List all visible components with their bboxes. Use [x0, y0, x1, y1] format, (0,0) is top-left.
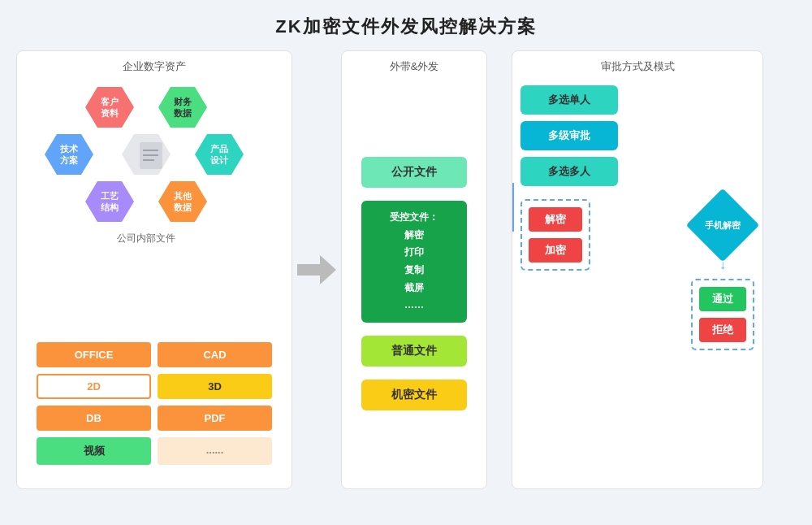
svg-text:产品: 产品	[210, 144, 228, 154]
approve-single: 多选单人	[520, 85, 618, 115]
diamond-label: 手机解密	[705, 219, 741, 232]
approve-multi-people: 多选多人	[520, 157, 618, 186]
badge-video: 视频	[37, 437, 151, 465]
pass-btn: 通过	[699, 287, 746, 311]
file-controlled-label: 受控文件：	[390, 211, 438, 223]
right-panel-content: 多选单人 多级审批 多选多人 解密 加密	[512, 79, 762, 516]
hex-grid-svg: 客户 资料 财务 数据 技术 方案 产品	[41, 79, 268, 266]
svg-text:工艺: 工艺	[101, 191, 119, 201]
middle-panel-title: 外带&外发	[342, 59, 486, 74]
encrypt-btn: 加密	[529, 238, 582, 262]
badge-3d: 3D	[158, 374, 272, 399]
right-panel-title: 审批方式及模式	[512, 59, 762, 74]
file-controlled-decrypt: 解密	[404, 229, 424, 241]
svg-text:结构: 结构	[100, 202, 119, 212]
approve-multi-level: 多级审批	[520, 121, 618, 150]
svg-text:公司内部文件: 公司内部文件	[117, 232, 175, 244]
approval-buttons-top: 多选单人 多级审批 多选多人	[520, 85, 754, 186]
svg-text:数据: 数据	[173, 108, 192, 118]
file-public: 公开文件	[361, 157, 467, 188]
left-to-middle-arrow	[292, 50, 341, 489]
honeycomb-area: 客户 资料 财务 数据 技术 方案 产品	[17, 79, 292, 331]
svg-text:方案: 方案	[59, 155, 78, 165]
decrypt-encrypt-box: 解密 加密	[520, 199, 590, 271]
badge-db: DB	[37, 406, 151, 431]
file-controlled-print: 打印	[404, 246, 424, 258]
file-controlled: 受控文件： 解密 打印 复制 截屏 ……	[361, 201, 467, 323]
svg-text:财务: 财务	[173, 97, 192, 106]
badge-office: OFFICE	[37, 342, 151, 367]
svg-marker-6	[45, 134, 93, 175]
left-panel-title: 企业数字资产	[17, 59, 292, 74]
svg-text:资料: 资料	[101, 108, 119, 118]
file-controlled-more: ……	[404, 299, 424, 310]
svg-marker-20	[158, 181, 207, 222]
svg-marker-0	[85, 87, 134, 128]
badge-more: ......	[158, 437, 272, 465]
svg-text:技术: 技术	[59, 144, 79, 154]
svg-text:其他: 其他	[174, 191, 192, 201]
diamond-shape: 手机解密	[686, 189, 760, 262]
file-controlled-copy: 复制	[404, 264, 424, 276]
svg-text:数据: 数据	[173, 202, 192, 212]
badge-pdf: PDF	[158, 406, 272, 431]
pass-reject-box: 通过 拒绝	[691, 279, 754, 350]
decrypt-btn: 解密	[529, 207, 582, 232]
svg-text:设计: 设计	[210, 155, 229, 165]
svg-marker-3	[158, 87, 207, 128]
svg-marker-14	[195, 134, 244, 175]
page-title: ZK加密文件外发风控解决方案	[275, 15, 536, 39]
badge-2d: 2D	[37, 374, 151, 399]
right-panel: 审批方式及模式 多选单人 多级审批 多选多人 解密 加密	[512, 50, 763, 489]
badge-cad: CAD	[158, 342, 272, 367]
reject-btn: 拒绝	[699, 318, 746, 342]
file-badges: OFFICE CAD 2D 3D DB PDF 视频 ......	[17, 334, 292, 473]
file-controlled-screenshot: 截屏	[404, 282, 424, 293]
file-normal: 普通文件	[361, 336, 467, 367]
left-panel: 企业数字资产 客户 资料 财务 数据 技术 方案	[16, 50, 292, 489]
middle-panel: 外带&外发 公开文件 受控文件： 解密 打印 复制 截屏 …… 普通文件 机密文…	[341, 50, 487, 489]
file-secret: 机密文件	[361, 380, 467, 410]
file-type-list: 公开文件 受控文件： 解密 打印 复制 截屏 …… 普通文件 机密文件	[342, 79, 486, 488]
svg-text:客户: 客户	[101, 97, 119, 106]
svg-marker-17	[85, 181, 134, 222]
